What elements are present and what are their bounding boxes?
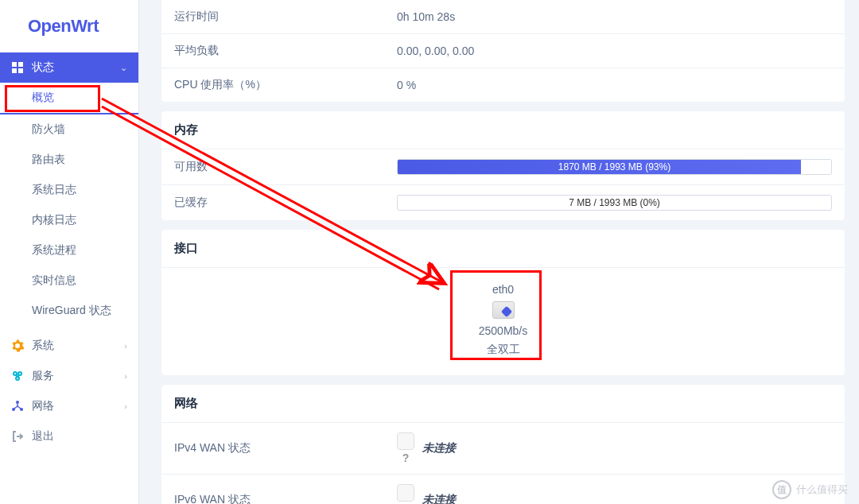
label-mem-cached: 已缓存 (174, 196, 397, 210)
value-cpu: 0 % (397, 79, 832, 91)
iface-duplex: 全双工 (457, 340, 549, 358)
svg-rect-1 (18, 62, 23, 67)
main-content: 运行时间 0h 10m 28s 平均负载 0.00, 0.00, 0.00 CP… (147, 0, 859, 504)
ethernet-icon (492, 301, 515, 319)
nav-status-sublist: 概览 防火墙 路由表 系统日志 内核日志 系统进程 实时信息 WireGuard… (0, 83, 138, 331)
watermark: 值 什么值得买 (772, 480, 848, 499)
row-ipv6-wan: IPv6 WAN 状态 ? 未连接 (161, 475, 845, 504)
wan-ipv6-status: 未连接 (422, 493, 456, 504)
nav-network-label: 网络 (32, 399, 54, 413)
iface-name: eth0 (457, 281, 549, 298)
progress-text-available: 1870 MB / 1993 MB (93%) (398, 160, 831, 174)
nav-sub-kernellog[interactable]: 内核日志 (0, 205, 138, 235)
svg-rect-3 (18, 68, 23, 73)
iface-speed: 2500Mb/s (457, 322, 549, 339)
chevron-down-icon: ⌄ (120, 63, 127, 73)
nav-sub-wireguard[interactable]: WireGuard 状态 (0, 296, 138, 326)
nav-status[interactable]: 状态 ⌄ (0, 52, 138, 83)
card-memory: 内存 可用数 1870 MB / 1993 MB (93%) 已缓存 7 MB … (161, 111, 845, 220)
chevron-right-icon: › (124, 341, 127, 351)
header-interfaces: 接口 (161, 230, 845, 268)
nav-services-label: 服务 (32, 369, 54, 383)
nav-logout-label: 退出 (32, 429, 54, 444)
watermark-icon: 值 (772, 480, 791, 499)
wan-ipv4-icon (397, 432, 414, 450)
row-mem-cached: 已缓存 7 MB / 1993 MB (0%) (161, 185, 845, 220)
gear-icon (11, 339, 25, 352)
progress-mem-cached: 7 MB / 1993 MB (0%) (397, 195, 832, 211)
row-ipv4-wan: IPv4 WAN 状态 ? 未连接 (161, 423, 845, 475)
nav-sub-processes[interactable]: 系统进程 (0, 235, 138, 266)
label-load: 平均负载 (174, 44, 397, 58)
label-mem-available: 可用数 (174, 160, 397, 174)
card-network: 网络 IPv4 WAN 状态 ? 未连接 IPv6 WAN 状态 ? 未连接 (161, 385, 845, 504)
nav-system-label: 系统 (32, 339, 54, 353)
card-status: 运行时间 0h 10m 28s 平均负载 0.00, 0.00, 0.00 CP… (161, 0, 845, 102)
watermark-text: 什么值得买 (796, 483, 848, 497)
row-mem-available: 可用数 1870 MB / 1993 MB (93%) (161, 149, 845, 185)
row-cpu: CPU 使用率（%） 0 % (161, 68, 845, 102)
wan-ipv4-qmark: ? (402, 452, 410, 464)
svg-rect-2 (12, 68, 17, 73)
service-icon (11, 370, 25, 382)
label-uptime: 运行时间 (174, 10, 397, 24)
value-uptime: 0h 10m 28s (397, 10, 832, 23)
svg-rect-0 (12, 62, 17, 67)
header-memory: 内存 (161, 111, 845, 149)
interface-eth0[interactable]: eth0 2500Mb/s 全双工 (457, 276, 549, 364)
nav-sub-realtime[interactable]: 实时信息 (0, 266, 138, 296)
row-uptime: 运行时间 0h 10m 28s (161, 0, 845, 34)
nav-system[interactable]: 系统 › (0, 331, 138, 361)
nav-services[interactable]: 服务 › (0, 361, 138, 391)
nav-sub-firewall[interactable]: 防火墙 (0, 114, 138, 145)
value-load: 0.00, 0.00, 0.00 (397, 45, 832, 57)
card-interfaces: 接口 eth0 2500Mb/s 全双工 (161, 230, 845, 375)
nav-status-label: 状态 (32, 60, 54, 75)
nav-logout[interactable]: 退出 (0, 421, 138, 452)
network-icon (11, 400, 25, 413)
row-load: 平均负载 0.00, 0.00, 0.00 (161, 34, 845, 68)
svg-point-7 (16, 401, 19, 404)
wan-ipv4-status: 未连接 (422, 441, 456, 456)
progress-text-cached: 7 MB / 1993 MB (0%) (398, 196, 831, 210)
logout-icon (11, 430, 25, 443)
progress-mem-available: 1870 MB / 1993 MB (93%) (397, 159, 832, 175)
sidebar: OpenWrt 状态 ⌄ 概览 防火墙 路由表 系统日志 内核日志 系统进程 实… (0, 0, 139, 504)
chevron-right-icon: › (124, 371, 127, 381)
label-ipv4-wan: IPv4 WAN 状态 (174, 441, 397, 456)
chevron-right-icon: › (124, 401, 127, 411)
nav-sub-routes[interactable]: 路由表 (0, 145, 138, 175)
header-network: 网络 (161, 385, 845, 423)
nav-sub-overview[interactable]: 概览 (0, 83, 138, 114)
nav-network[interactable]: 网络 › (0, 391, 138, 421)
nav-sub-syslog[interactable]: 系统日志 (0, 175, 138, 205)
brand-logo: OpenWrt (0, 0, 138, 52)
label-cpu: CPU 使用率（%） (174, 78, 397, 92)
label-ipv6-wan: IPv6 WAN 状态 (174, 493, 397, 504)
wan-ipv6-icon (397, 484, 414, 502)
grid-icon (11, 61, 25, 74)
